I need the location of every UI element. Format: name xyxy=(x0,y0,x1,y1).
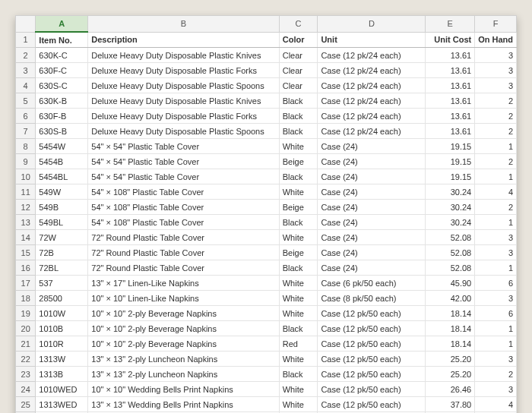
row-header[interactable]: 16 xyxy=(16,260,36,276)
row-header[interactable]: 23 xyxy=(16,367,36,382)
column-header-c[interactable]: C xyxy=(279,16,318,33)
cell-unit-cost[interactable]: 45.90 xyxy=(426,276,475,291)
cell-unit[interactable]: Case (12 pk/50 each) xyxy=(318,352,426,367)
cell-unit-cost[interactable]: 19.15 xyxy=(426,139,475,154)
cell-on-hand[interactable]: 3 xyxy=(475,230,517,245)
cell-unit-cost[interactable]: 42.00 xyxy=(426,291,475,306)
cell-unit[interactable]: Case (12 pk/24 each) xyxy=(318,48,426,63)
header-unit-cost[interactable]: Unit Cost xyxy=(426,32,475,48)
row-header[interactable]: 17 xyxy=(16,276,36,291)
cell-color[interactable]: White xyxy=(279,230,318,245)
cell-color[interactable]: White xyxy=(279,139,318,154)
cell-item-no[interactable]: 72B xyxy=(36,245,88,260)
cell-unit-cost[interactable]: 25.20 xyxy=(426,352,475,367)
cell-on-hand[interactable]: 3 xyxy=(475,48,517,63)
cell-unit[interactable]: Case (24) xyxy=(318,154,426,169)
cell-unit-cost[interactable]: 13.61 xyxy=(426,78,475,93)
cell-on-hand[interactable]: 1 xyxy=(475,336,517,352)
cell-unit-cost[interactable]: 18.14 xyxy=(426,306,475,321)
cell-item-no[interactable]: 1313WED xyxy=(36,397,88,412)
cell-unit-cost[interactable]: 52.08 xyxy=(426,245,475,260)
cell-unit[interactable]: Case (12 pk/24 each) xyxy=(318,93,426,109)
header-color[interactable]: Color xyxy=(279,32,318,48)
cell-color[interactable]: Clear xyxy=(279,48,318,63)
cell-description[interactable]: 72" Round Plastic Table Cover xyxy=(88,245,279,260)
cell-description[interactable]: 10" × 10" 2-ply Beverage Napkins xyxy=(88,336,279,352)
cell-description[interactable]: Deluxe Heavy Duty Disposable Plastic Kni… xyxy=(88,93,279,109)
column-header-b[interactable]: B xyxy=(88,16,279,33)
cell-on-hand[interactable]: 3 xyxy=(475,78,517,93)
cell-unit[interactable]: Case (24) xyxy=(318,184,426,200)
cell-on-hand[interactable]: 1 xyxy=(475,139,517,154)
cell-item-no[interactable]: 630F-B xyxy=(36,109,88,124)
cell-item-no[interactable]: 1313B xyxy=(36,367,88,382)
cell-color[interactable]: Clear xyxy=(279,78,318,93)
row-header[interactable]: 22 xyxy=(16,352,36,367)
cell-unit[interactable]: Case (8 pk/50 each) xyxy=(318,291,426,306)
cell-on-hand[interactable]: 3 xyxy=(475,63,517,78)
cell-on-hand[interactable]: 6 xyxy=(475,306,517,321)
cell-unit[interactable]: Case (24) xyxy=(318,200,426,215)
cell-description[interactable]: 54" × 108" Plastic Table Cover xyxy=(88,215,279,230)
cell-description[interactable]: 54" × 108" Plastic Table Cover xyxy=(88,184,279,200)
cell-color[interactable]: Black xyxy=(279,367,318,382)
row-header[interactable]: 4 xyxy=(16,78,36,93)
cell-item-no[interactable]: 1313W xyxy=(36,352,88,367)
cell-item-no[interactable]: 5454W xyxy=(36,139,88,154)
cell-item-no[interactable]: 630S-B xyxy=(36,124,88,139)
cell-description[interactable]: 72" Round Plastic Table Cover xyxy=(88,230,279,245)
cell-unit[interactable]: Case (6 pk/50 each) xyxy=(318,276,426,291)
row-header[interactable]: 8 xyxy=(16,139,36,154)
cell-color[interactable]: White xyxy=(279,306,318,321)
row-header[interactable]: 13 xyxy=(16,215,36,230)
cell-description[interactable]: 72" Round Plastic Table Cover xyxy=(88,260,279,276)
cell-item-no[interactable]: 1010R xyxy=(36,336,88,352)
cell-description[interactable]: 13" × 13" 2-ply Luncheon Napkins xyxy=(88,352,279,367)
cell-color[interactable]: Black xyxy=(279,124,318,139)
cell-item-no[interactable]: 549B xyxy=(36,200,88,215)
cell-unit-cost[interactable]: 52.08 xyxy=(426,230,475,245)
cell-description[interactable]: 54" × 54" Plastic Table Cover xyxy=(88,154,279,169)
cell-unit[interactable]: Case (24) xyxy=(318,139,426,154)
cell-unit-cost[interactable]: 18.14 xyxy=(426,321,475,336)
header-unit[interactable]: Unit xyxy=(318,32,426,48)
cell-unit[interactable]: Case (12 pk/24 each) xyxy=(318,109,426,124)
cell-on-hand[interactable]: 3 xyxy=(475,245,517,260)
cell-description[interactable]: Deluxe Heavy Duty Disposable Plastic Kni… xyxy=(88,48,279,63)
cell-unit-cost[interactable]: 13.61 xyxy=(426,124,475,139)
cell-item-no[interactable]: 549BL xyxy=(36,215,88,230)
cell-unit-cost[interactable]: 13.61 xyxy=(426,109,475,124)
header-item-no[interactable]: Item No. xyxy=(36,32,88,48)
cell-unit[interactable]: Case (24) xyxy=(318,260,426,276)
cell-on-hand[interactable]: 1 xyxy=(475,215,517,230)
row-header[interactable]: 7 xyxy=(16,124,36,139)
cell-unit-cost[interactable]: 30.24 xyxy=(426,184,475,200)
cell-unit[interactable]: Case (24) xyxy=(318,245,426,260)
row-header[interactable]: 11 xyxy=(16,184,36,200)
cell-unit[interactable]: Case (12 pk/50 each) xyxy=(318,382,426,397)
column-header-d[interactable]: D xyxy=(318,16,426,33)
cell-color[interactable]: Beige xyxy=(279,245,318,260)
header-description[interactable]: Description xyxy=(88,32,279,48)
cell-item-no[interactable]: 630S-C xyxy=(36,78,88,93)
cell-color[interactable]: Red xyxy=(279,336,318,352)
cell-unit[interactable]: Case (12 pk/50 each) xyxy=(318,397,426,412)
cell-on-hand[interactable]: 2 xyxy=(475,200,517,215)
cell-unit-cost[interactable]: 13.61 xyxy=(426,48,475,63)
cell-unit-cost[interactable]: 37.80 xyxy=(426,397,475,412)
cell-item-no[interactable]: 28500 xyxy=(36,291,88,306)
row-header[interactable]: 25 xyxy=(16,397,36,412)
cell-unit[interactable]: Case (12 pk/50 each) xyxy=(318,306,426,321)
row-header[interactable]: 18 xyxy=(16,291,36,306)
cell-color[interactable]: Beige xyxy=(279,200,318,215)
cell-description[interactable]: 10" × 10" Linen-Like Napkins xyxy=(88,291,279,306)
row-header[interactable]: 15 xyxy=(16,245,36,260)
cell-unit-cost[interactable]: 18.14 xyxy=(426,336,475,352)
cell-color[interactable]: White xyxy=(279,397,318,412)
cell-unit-cost[interactable]: 52.08 xyxy=(426,260,475,276)
cell-description[interactable]: 13" × 13" 2-ply Luncheon Napkins xyxy=(88,367,279,382)
row-header[interactable]: 12 xyxy=(16,200,36,215)
cell-description[interactable]: Deluxe Heavy Duty Disposable Plastic For… xyxy=(88,63,279,78)
cell-description[interactable]: 10" × 10" 2-ply Beverage Napkins xyxy=(88,321,279,336)
cell-description[interactable]: Deluxe Heavy Duty Disposable Plastic Spo… xyxy=(88,124,279,139)
